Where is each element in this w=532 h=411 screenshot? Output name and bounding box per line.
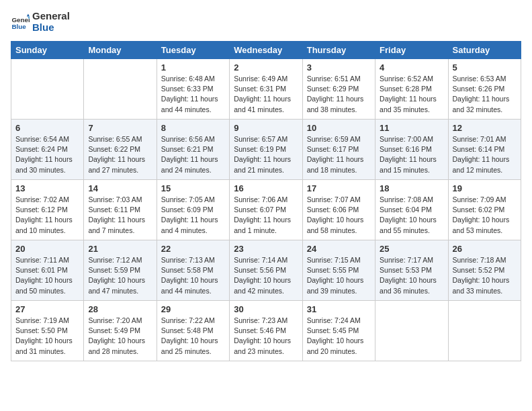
day-number: 4 — [380, 62, 443, 73]
calendar-cell — [11, 59, 84, 120]
calendar-cell: 13Sunrise: 7:02 AM Sunset: 6:12 PM Dayli… — [11, 180, 84, 240]
day-number: 24 — [307, 244, 371, 254]
calendar-cell: 12Sunrise: 7:01 AM Sunset: 6:14 PM Dayli… — [448, 120, 521, 180]
day-number: 22 — [161, 244, 225, 254]
logo-general: General — [32, 11, 70, 22]
day-info: Sunrise: 7:15 AM Sunset: 5:55 PM Dayligh… — [307, 255, 371, 296]
calendar-cell — [84, 59, 157, 120]
day-info: Sunrise: 7:07 AM Sunset: 6:06 PM Dayligh… — [307, 195, 371, 236]
day-number: 5 — [453, 62, 517, 73]
calendar-cell: 22Sunrise: 7:13 AM Sunset: 5:58 PM Dayli… — [157, 240, 229, 301]
day-number: 29 — [161, 304, 225, 314]
calendar-cell — [375, 301, 448, 361]
calendar-body: 1Sunrise: 6:48 AM Sunset: 6:33 PM Daylig… — [11, 59, 521, 361]
calendar-table: SundayMondayTuesdayWednesdayThursdayFrid… — [11, 41, 521, 361]
day-info: Sunrise: 6:52 AM Sunset: 6:28 PM Dayligh… — [380, 74, 443, 115]
calendar-week-row: 1Sunrise: 6:48 AM Sunset: 6:33 PM Daylig… — [11, 59, 521, 120]
day-info: Sunrise: 7:09 AM Sunset: 6:02 PM Dayligh… — [453, 195, 517, 236]
day-number: 2 — [234, 62, 298, 73]
day-number: 7 — [88, 123, 152, 133]
day-info: Sunrise: 7:11 AM Sunset: 6:01 PM Dayligh… — [15, 255, 79, 296]
day-info: Sunrise: 6:57 AM Sunset: 6:19 PM Dayligh… — [234, 134, 298, 175]
calendar-cell: 21Sunrise: 7:12 AM Sunset: 5:59 PM Dayli… — [84, 240, 157, 301]
day-number: 10 — [307, 123, 371, 133]
calendar-cell: 14Sunrise: 7:03 AM Sunset: 6:11 PM Dayli… — [84, 180, 157, 240]
day-number: 27 — [15, 304, 79, 314]
calendar-cell: 24Sunrise: 7:15 AM Sunset: 5:55 PM Dayli… — [302, 240, 375, 301]
calendar-cell: 2Sunrise: 6:49 AM Sunset: 6:31 PM Daylig… — [230, 59, 302, 120]
day-info: Sunrise: 7:18 AM Sunset: 5:52 PM Dayligh… — [453, 255, 517, 296]
calendar-cell: 9Sunrise: 6:57 AM Sunset: 6:19 PM Daylig… — [230, 120, 302, 180]
day-info: Sunrise: 7:01 AM Sunset: 6:14 PM Dayligh… — [453, 134, 517, 175]
day-info: Sunrise: 7:24 AM Sunset: 5:45 PM Dayligh… — [307, 316, 371, 357]
calendar-week-row: 13Sunrise: 7:02 AM Sunset: 6:12 PM Dayli… — [11, 180, 521, 240]
day-info: Sunrise: 7:19 AM Sunset: 5:50 PM Dayligh… — [15, 316, 79, 357]
weekday-header: Wednesday — [230, 42, 302, 59]
calendar-cell: 27Sunrise: 7:19 AM Sunset: 5:50 PM Dayli… — [11, 301, 84, 361]
calendar-cell: 6Sunrise: 6:54 AM Sunset: 6:24 PM Daylig… — [11, 120, 84, 180]
day-number: 12 — [453, 123, 517, 133]
calendar-cell: 26Sunrise: 7:18 AM Sunset: 5:52 PM Dayli… — [448, 240, 521, 301]
weekday-header: Tuesday — [157, 42, 229, 59]
day-info: Sunrise: 6:51 AM Sunset: 6:29 PM Dayligh… — [307, 74, 371, 115]
svg-marker-2 — [27, 13, 30, 16]
day-number: 13 — [15, 183, 79, 193]
weekday-header: Sunday — [11, 42, 84, 59]
calendar-week-row: 20Sunrise: 7:11 AM Sunset: 6:01 PM Dayli… — [11, 240, 521, 301]
day-info: Sunrise: 7:14 AM Sunset: 5:56 PM Dayligh… — [234, 255, 298, 296]
svg-text:Blue: Blue — [11, 22, 26, 30]
calendar-cell: 7Sunrise: 6:55 AM Sunset: 6:22 PM Daylig… — [84, 120, 157, 180]
calendar-cell: 10Sunrise: 6:59 AM Sunset: 6:17 PM Dayli… — [302, 120, 375, 180]
day-number: 23 — [234, 244, 298, 254]
calendar-cell: 23Sunrise: 7:14 AM Sunset: 5:56 PM Dayli… — [230, 240, 302, 301]
day-number: 21 — [88, 244, 152, 254]
day-number: 6 — [15, 123, 79, 133]
weekday-header: Friday — [375, 42, 448, 59]
calendar-cell: 4Sunrise: 6:52 AM Sunset: 6:28 PM Daylig… — [375, 59, 448, 120]
calendar-cell: 16Sunrise: 7:06 AM Sunset: 6:07 PM Dayli… — [230, 180, 302, 240]
calendar-cell: 5Sunrise: 6:53 AM Sunset: 6:26 PM Daylig… — [448, 59, 521, 120]
calendar-cell: 20Sunrise: 7:11 AM Sunset: 6:01 PM Dayli… — [11, 240, 84, 301]
day-info: Sunrise: 6:48 AM Sunset: 6:33 PM Dayligh… — [161, 74, 225, 115]
day-info: Sunrise: 7:23 AM Sunset: 5:46 PM Dayligh… — [234, 316, 298, 357]
weekday-header: Monday — [84, 42, 157, 59]
day-info: Sunrise: 6:59 AM Sunset: 6:17 PM Dayligh… — [307, 134, 371, 175]
calendar-cell: 18Sunrise: 7:08 AM Sunset: 6:04 PM Dayli… — [375, 180, 448, 240]
day-number: 19 — [453, 183, 517, 193]
day-number: 25 — [380, 244, 443, 254]
calendar-cell: 31Sunrise: 7:24 AM Sunset: 5:45 PM Dayli… — [302, 301, 375, 361]
calendar-cell: 29Sunrise: 7:22 AM Sunset: 5:48 PM Dayli… — [157, 301, 229, 361]
day-number: 15 — [161, 183, 225, 193]
day-number: 17 — [307, 183, 371, 193]
calendar-cell — [448, 301, 521, 361]
day-info: Sunrise: 7:20 AM Sunset: 5:49 PM Dayligh… — [88, 316, 152, 357]
page-header: General Blue General Blue — [11, 11, 521, 33]
day-info: Sunrise: 7:00 AM Sunset: 6:16 PM Dayligh… — [380, 134, 443, 175]
day-info: Sunrise: 7:05 AM Sunset: 6:09 PM Dayligh… — [161, 195, 225, 236]
calendar-cell: 25Sunrise: 7:17 AM Sunset: 5:53 PM Dayli… — [375, 240, 448, 301]
day-number: 28 — [88, 304, 152, 314]
day-number: 30 — [234, 304, 298, 314]
calendar-cell: 11Sunrise: 7:00 AM Sunset: 6:16 PM Dayli… — [375, 120, 448, 180]
calendar-week-row: 6Sunrise: 6:54 AM Sunset: 6:24 PM Daylig… — [11, 120, 521, 180]
day-number: 9 — [234, 123, 298, 133]
day-info: Sunrise: 7:08 AM Sunset: 6:04 PM Dayligh… — [380, 195, 443, 236]
day-info: Sunrise: 6:49 AM Sunset: 6:31 PM Dayligh… — [234, 74, 298, 115]
day-info: Sunrise: 6:53 AM Sunset: 6:26 PM Dayligh… — [453, 74, 517, 115]
day-number: 14 — [88, 183, 152, 193]
calendar-cell: 17Sunrise: 7:07 AM Sunset: 6:06 PM Dayli… — [302, 180, 375, 240]
calendar-header-row: SundayMondayTuesdayWednesdayThursdayFrid… — [11, 42, 521, 59]
day-number: 3 — [307, 62, 371, 73]
day-number: 1 — [161, 62, 225, 73]
day-info: Sunrise: 7:13 AM Sunset: 5:58 PM Dayligh… — [161, 255, 225, 296]
day-info: Sunrise: 7:03 AM Sunset: 6:11 PM Dayligh… — [88, 195, 152, 236]
calendar-cell: 28Sunrise: 7:20 AM Sunset: 5:49 PM Dayli… — [84, 301, 157, 361]
day-number: 11 — [380, 123, 443, 133]
logo-blue: Blue — [32, 22, 70, 34]
logo-icon: General Blue — [11, 13, 30, 32]
day-info: Sunrise: 6:54 AM Sunset: 6:24 PM Dayligh… — [15, 134, 79, 175]
weekday-header: Saturday — [448, 42, 521, 59]
day-number: 8 — [161, 123, 225, 133]
day-number: 20 — [15, 244, 79, 254]
day-info: Sunrise: 7:12 AM Sunset: 5:59 PM Dayligh… — [88, 255, 152, 296]
